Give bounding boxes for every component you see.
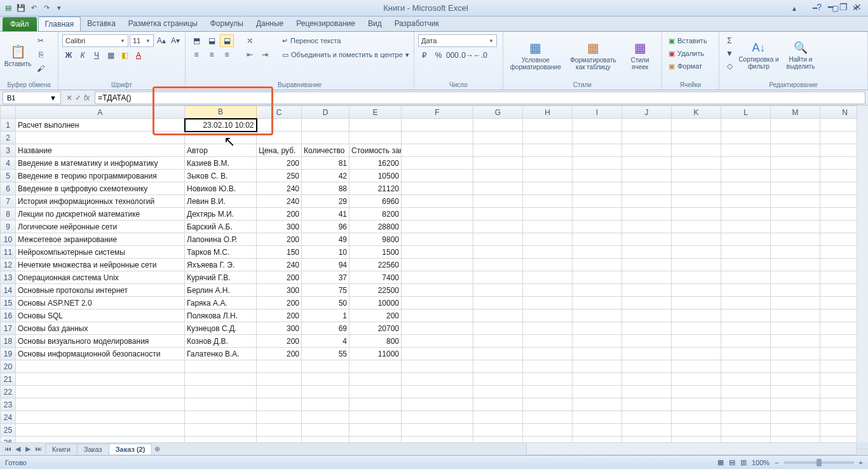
cell[interactable] [622, 373, 672, 386]
cell[interactable] [771, 322, 820, 335]
cell[interactable] [402, 411, 473, 424]
column-header[interactable]: H [523, 106, 573, 119]
cell[interactable]: Нечеткие множества и нейронные сети [16, 259, 185, 271]
column-header[interactable]: G [473, 106, 523, 119]
cell[interactable]: Полякова Л.Н. [185, 309, 257, 322]
cell[interactable] [523, 398, 573, 411]
row-header[interactable]: 15 [1, 297, 16, 309]
column-header[interactable]: E [349, 106, 402, 119]
cell[interactable] [349, 373, 402, 386]
find-select-button[interactable]: 🔍Найти и выделить [782, 34, 820, 76]
cell[interactable] [622, 271, 672, 284]
tab-разработчик[interactable]: Разработчик [388, 17, 445, 31]
column-header[interactable]: A [16, 106, 185, 119]
cell[interactable]: 200 [257, 157, 302, 170]
cell[interactable]: 16200 [349, 157, 402, 170]
cell[interactable]: 41 [302, 208, 349, 221]
cell[interactable] [771, 411, 820, 424]
cell[interactable] [573, 246, 622, 259]
cell[interactable]: Основы баз данных [16, 322, 185, 335]
cell[interactable] [402, 386, 473, 398]
cell[interactable] [721, 221, 771, 233]
cell[interactable] [16, 373, 185, 386]
cell[interactable] [302, 386, 349, 398]
cell[interactable] [402, 195, 473, 208]
redo-icon[interactable]: ↷ [41, 3, 52, 14]
cell[interactable]: 55 [302, 348, 349, 360]
row-header[interactable]: 24 [1, 411, 16, 424]
cell[interactable] [16, 132, 185, 144]
cell[interactable] [523, 271, 573, 284]
cell[interactable] [672, 284, 721, 297]
cell[interactable]: Галатенко В.А. [185, 348, 257, 360]
tab-разметка страницы[interactable]: Разметка страницы [122, 17, 204, 31]
orientation-icon[interactable]: ⤭ [243, 34, 257, 47]
cell[interactable] [402, 221, 473, 233]
cell[interactable]: Название [16, 144, 185, 157]
cell[interactable] [771, 144, 820, 157]
cell[interactable] [672, 348, 721, 360]
cell[interactable]: Основные протоколы интернет [16, 284, 185, 297]
tab-формулы[interactable]: Формулы [204, 17, 250, 31]
row-header[interactable]: 11 [1, 246, 16, 259]
cell[interactable] [721, 348, 771, 360]
cell[interactable] [721, 132, 771, 144]
cell[interactable] [257, 386, 302, 398]
row-header[interactable]: 13 [1, 271, 16, 284]
cell[interactable] [16, 424, 185, 437]
cell[interactable]: 250 [257, 170, 302, 182]
cell[interactable]: Введение в математику и информатику [16, 157, 185, 170]
tab-вид[interactable]: Вид [362, 17, 388, 31]
cell[interactable] [349, 360, 402, 373]
cell[interactable] [573, 284, 622, 297]
cell[interactable] [721, 119, 771, 132]
cell[interactable]: 22560 [349, 259, 402, 271]
cell[interactable]: 300 [257, 221, 302, 233]
cell[interactable] [672, 322, 721, 335]
cell[interactable] [721, 309, 771, 322]
cell[interactable]: 300 [257, 284, 302, 297]
cell[interactable] [622, 411, 672, 424]
cell[interactable] [473, 119, 523, 132]
cell[interactable]: 10000 [349, 297, 402, 309]
cell[interactable] [622, 119, 672, 132]
cell[interactable] [771, 195, 820, 208]
zoom-slider[interactable] [784, 461, 854, 464]
percent-icon[interactable]: % [432, 49, 445, 62]
cell[interactable]: 29 [302, 195, 349, 208]
view-normal-icon[interactable]: ▦ [717, 458, 724, 466]
cell[interactable] [402, 132, 473, 144]
sort-filter-button[interactable]: A↓Сортировка и фильтр [738, 34, 779, 76]
cell[interactable]: 49 [302, 233, 349, 246]
cell[interactable] [573, 424, 622, 437]
cell[interactable] [523, 309, 573, 322]
cell[interactable] [473, 284, 523, 297]
cell[interactable] [402, 119, 473, 132]
cell[interactable] [473, 297, 523, 309]
cell[interactable] [771, 309, 820, 322]
cell[interactable] [672, 424, 721, 437]
cell[interactable] [402, 348, 473, 360]
align-left-icon[interactable]: ≡ [189, 48, 203, 61]
cell[interactable] [622, 195, 672, 208]
cell[interactable] [573, 157, 622, 170]
cell[interactable] [523, 144, 573, 157]
cell[interactable] [257, 373, 302, 386]
cell[interactable]: Казиев В.М. [185, 157, 257, 170]
cell[interactable]: 28800 [349, 221, 402, 233]
italic-button[interactable]: К [76, 49, 89, 62]
cell[interactable] [349, 132, 402, 144]
column-header[interactable]: K [672, 106, 721, 119]
cell[interactable] [573, 322, 622, 335]
row-header[interactable]: 17 [1, 322, 16, 335]
doc-restore-icon[interactable]: ❐ [839, 2, 848, 12]
underline-button[interactable]: Ч [90, 49, 103, 62]
cell[interactable] [622, 322, 672, 335]
doc-close-icon[interactable]: ✕ [854, 2, 862, 12]
cell[interactable]: Расчет выполнен [16, 119, 185, 132]
cell[interactable] [473, 246, 523, 259]
cell[interactable]: 800 [349, 335, 402, 348]
cell[interactable] [771, 170, 820, 182]
column-header[interactable]: F [402, 106, 473, 119]
view-pagebreak-icon[interactable]: ▥ [740, 458, 747, 466]
